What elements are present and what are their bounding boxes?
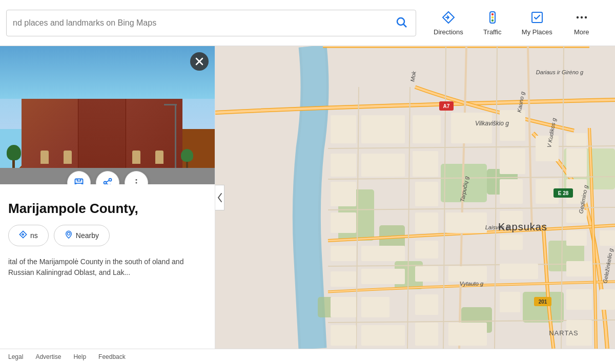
footer: Legal Advertise Help Feedback <box>0 349 615 364</box>
svg-rect-57 <box>331 182 356 206</box>
svg-rect-88 <box>448 323 487 346</box>
search-button[interactable] <box>393 14 409 32</box>
nearby-pill-button[interactable]: Nearby <box>54 225 110 246</box>
svg-rect-82 <box>500 292 520 312</box>
sky-top <box>0 46 215 99</box>
svg-rect-68 <box>361 246 405 261</box>
svg-rect-69 <box>415 241 438 259</box>
directions-label: Directions <box>434 28 463 36</box>
svg-point-7 <box>577 16 579 18</box>
svg-rect-62 <box>331 212 356 233</box>
more-options-button[interactable] <box>125 171 148 184</box>
svg-rect-59 <box>500 179 523 204</box>
svg-point-5 <box>491 19 494 21</box>
svg-point-0 <box>397 18 404 25</box>
svg-rect-46 <box>361 115 405 143</box>
action-pills: ns Nearby <box>8 225 207 246</box>
save-icon <box>74 178 84 184</box>
nav-traffic-button[interactable]: Traffic <box>475 7 510 39</box>
footer-legal[interactable]: Legal <box>8 353 23 360</box>
svg-line-17 <box>106 180 109 182</box>
image-actions <box>67 171 148 184</box>
search-input[interactable] <box>13 18 393 28</box>
svg-rect-75 <box>415 266 438 282</box>
svg-line-16 <box>106 183 109 184</box>
left-panel: Marijampole County, ns <box>0 46 215 349</box>
place-info: Marijampole County, ns <box>0 184 215 286</box>
svg-point-13 <box>109 179 111 181</box>
svg-rect-52 <box>361 154 405 177</box>
svg-text:Vytauto g: Vytauto g <box>460 281 484 287</box>
traffic-icon <box>485 10 500 26</box>
svg-point-18 <box>135 179 137 181</box>
svg-rect-83 <box>566 289 592 310</box>
nav-buttons: Directions Traffic My Plac <box>426 7 600 39</box>
nav-more-button[interactable]: More <box>564 7 600 39</box>
svg-rect-86 <box>361 325 405 346</box>
svg-text:A7: A7 <box>443 103 450 109</box>
svg-rect-84 <box>600 289 615 310</box>
svg-text:Vilkaviškio g: Vilkaviškio g <box>475 120 509 127</box>
close-button[interactable] <box>190 52 209 71</box>
nav-directions-button[interactable]: Directions <box>426 7 470 39</box>
directions-pill-label: ns <box>30 231 38 240</box>
save-button[interactable] <box>67 171 91 184</box>
close-icon <box>195 57 203 66</box>
more-label: More <box>574 28 589 36</box>
myplaces-icon <box>530 10 544 26</box>
svg-rect-58 <box>415 182 438 206</box>
collapse-panel-button[interactable] <box>215 185 224 210</box>
svg-rect-50 <box>566 133 587 146</box>
chevron-left-icon <box>217 192 222 203</box>
place-description: ital of the Marijampolė County in the so… <box>8 256 207 278</box>
svg-text:201: 201 <box>539 299 547 305</box>
svg-rect-27 <box>523 292 564 323</box>
svg-rect-81 <box>415 294 438 315</box>
svg-rect-53 <box>413 151 438 177</box>
nav-myplaces-button[interactable]: My Places <box>515 7 560 39</box>
svg-point-9 <box>585 16 587 18</box>
place-image <box>0 46 215 184</box>
share-icon <box>102 178 113 184</box>
svg-rect-77 <box>500 264 538 279</box>
svg-rect-85 <box>331 325 356 346</box>
footer-feedback[interactable]: Feedback <box>98 353 126 360</box>
svg-rect-45 <box>331 115 356 143</box>
svg-rect-71 <box>566 230 587 246</box>
svg-rect-76 <box>448 266 487 282</box>
tree-left <box>7 145 21 168</box>
svg-rect-73 <box>331 271 356 287</box>
search-icon <box>395 16 407 28</box>
search-bar <box>6 10 416 36</box>
svg-point-3 <box>491 13 494 15</box>
svg-rect-47 <box>413 115 441 143</box>
lamp-post <box>175 105 176 168</box>
svg-line-1 <box>404 25 407 28</box>
map-area[interactable]: A7 E 28 201 Vilkaviškio g Tarpučių g Kau… <box>215 46 615 349</box>
more-icon <box>575 10 589 26</box>
share-button[interactable] <box>96 171 119 184</box>
directions-pill-icon <box>19 230 27 241</box>
svg-point-19 <box>135 182 137 184</box>
svg-rect-74 <box>361 269 405 284</box>
svg-rect-72 <box>600 230 615 246</box>
map-svg[interactable]: A7 E 28 201 Vilkaviškio g Tarpučių g Kau… <box>215 46 615 349</box>
footer-help[interactable]: Help <box>73 353 86 360</box>
directions-pill-button[interactable]: ns <box>8 225 49 246</box>
svg-text:E 28: E 28 <box>558 190 569 196</box>
svg-point-21 <box>67 232 70 235</box>
toolbar: Directions Traffic My Plac <box>0 0 615 46</box>
svg-rect-63 <box>415 212 438 233</box>
svg-rect-64 <box>446 212 487 233</box>
tree-right <box>181 149 193 168</box>
svg-rect-78 <box>566 261 592 276</box>
directions-icon <box>441 10 456 26</box>
nearby-icon <box>65 230 73 241</box>
svg-text:NARTAS: NARTAS <box>549 329 579 337</box>
svg-rect-48 <box>451 113 492 143</box>
svg-rect-79 <box>331 297 356 317</box>
more-dots-icon <box>131 178 141 184</box>
footer-advertise[interactable]: Advertise <box>35 353 61 360</box>
nearby-label: Nearby <box>76 231 99 240</box>
traffic-label: Traffic <box>483 28 501 36</box>
